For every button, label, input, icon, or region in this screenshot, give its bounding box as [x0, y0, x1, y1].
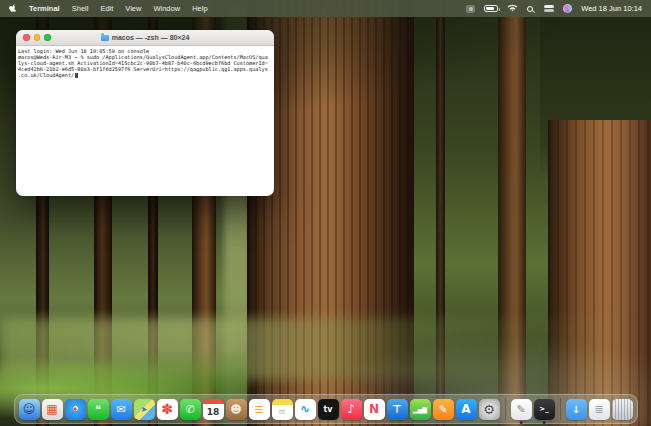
settings-glyph: ⚙ — [483, 402, 495, 417]
window-title: macos — -zsh — 80×24 — [16, 34, 274, 41]
dock-item-contacts[interactable]: ☻ — [226, 399, 247, 420]
menu-help[interactable]: Help — [192, 4, 207, 13]
terminal-window[interactable]: macos — -zsh — 80×24 Last login: Wed Jun… — [16, 30, 274, 196]
menu-window[interactable]: Window — [153, 4, 180, 13]
dock-item-pages[interactable]: ✎ — [433, 399, 454, 420]
control-center-icon[interactable] — [544, 5, 554, 13]
dock-item-trash[interactable] — [612, 399, 633, 420]
safari-glyph: ✦ — [72, 405, 79, 414]
textedit-icon: ✎ — [511, 399, 532, 420]
safari-icon: ✦ — [65, 399, 86, 420]
pages-icon: ✎ — [433, 399, 454, 420]
minimize-button[interactable] — [34, 34, 41, 41]
settings-icon: ⚙ — [479, 399, 500, 420]
battery-icon[interactable] — [484, 5, 498, 12]
photos-icon: ✽ — [157, 399, 178, 420]
photos-glyph: ✽ — [161, 401, 173, 417]
menu-view[interactable]: View — [125, 4, 141, 13]
music-icon: ♪ — [341, 399, 362, 420]
mail-glyph: ✉ — [116, 403, 125, 416]
finder-glyph: ☺ — [23, 402, 36, 416]
dock-item-calendar[interactable]: 18 — [203, 399, 224, 420]
dock-item-keynote[interactable]: ⊤ — [387, 399, 408, 420]
dock-item-textedit[interactable]: ✎ — [511, 399, 532, 420]
freeform-icon: ∿ — [295, 399, 316, 420]
dock-divider — [505, 398, 506, 420]
downloads-folder-icon: ↓ — [566, 399, 587, 420]
dock-item-launchpad[interactable]: ▦ — [42, 399, 63, 420]
dock-item-maps[interactable]: ➤ — [134, 399, 155, 420]
folder-proxy-icon — [101, 35, 109, 41]
freeform-glyph: ∿ — [300, 402, 310, 416]
terminal-icon: >_ — [534, 399, 555, 420]
keynote-glyph: ⊤ — [392, 403, 402, 416]
dock-item-appstore[interactable]: A — [456, 399, 477, 420]
dock-item-numbers[interactable]: ▂▅▇ — [410, 399, 431, 420]
dock-item-terminal[interactable]: >_ — [534, 399, 555, 420]
menu-bar-clock[interactable]: Wed 18 Jun 10:14 — [581, 4, 642, 13]
dock-item-finder[interactable]: ☺ — [19, 399, 40, 420]
zoom-button[interactable] — [44, 34, 51, 41]
app-menus: TerminalShellEditViewWindowHelp — [29, 4, 208, 13]
window-title-text: macos — -zsh — 80×24 — [112, 34, 190, 41]
apple-menu-icon[interactable] — [9, 4, 18, 14]
dock-divider — [560, 398, 561, 420]
dock-item-news[interactable]: N — [364, 399, 385, 420]
documents-stack-glyph: ≣ — [594, 403, 603, 416]
terminal-line: .co.uk/CloudAgent/ — [18, 72, 272, 78]
wifi-icon[interactable] — [507, 4, 518, 13]
tv-icon: tv — [318, 399, 339, 420]
maps-glyph: ➤ — [141, 405, 148, 414]
running-indicator — [520, 421, 523, 424]
menu-shell[interactable]: Shell — [72, 4, 89, 13]
music-glyph: ♪ — [347, 402, 355, 416]
dock-item-mail[interactable]: ✉ — [111, 399, 132, 420]
numbers-glyph: ▂▅▇ — [413, 406, 427, 413]
reminders-glyph: ☰ — [255, 404, 264, 415]
pages-glyph: ✎ — [438, 403, 447, 416]
dock-item-documents-stack[interactable]: ≣ — [589, 399, 610, 420]
notes-glyph: ≡ — [278, 402, 286, 417]
menu-edit[interactable]: Edit — [100, 4, 113, 13]
dock-item-reminders[interactable]: ☰ — [249, 399, 270, 420]
wallpaper-tree-trunk — [498, 0, 526, 426]
terminal-titlebar[interactable]: macos — -zsh — 80×24 — [16, 30, 274, 46]
spotlight-search-icon[interactable] — [527, 5, 535, 13]
dock-item-messages[interactable]: ❝ — [88, 399, 109, 420]
menu-bar: TerminalShellEditViewWindowHelp Wed 18 J… — [0, 0, 651, 17]
contacts-glyph: ☻ — [230, 403, 241, 416]
menu-terminal[interactable]: Terminal — [29, 4, 60, 13]
dock-item-facetime[interactable]: ✆ — [180, 399, 201, 420]
keynote-icon: ⊤ — [387, 399, 408, 420]
window-controls — [16, 34, 51, 41]
dock-item-tv[interactable]: tv — [318, 399, 339, 420]
dock-item-notes[interactable]: ≡ — [272, 399, 293, 420]
calendar-icon: 18 — [203, 399, 224, 420]
siri-icon[interactable] — [563, 4, 572, 13]
dock-item-freeform[interactable]: ∿ — [295, 399, 316, 420]
documents-stack-icon: ≣ — [589, 399, 610, 420]
appstore-glyph: A — [461, 402, 470, 416]
terminal-output[interactable]: Last login: Wed Jun 18 10:05:59 on conso… — [16, 46, 274, 78]
wallpaper-tree-trunk — [436, 0, 445, 426]
trash-icon — [612, 399, 633, 420]
news-glyph: N — [369, 402, 379, 416]
terminal-glyph: >_ — [539, 405, 548, 413]
reminders-icon: ☰ — [249, 399, 270, 420]
status-area: Wed 18 Jun 10:14 — [466, 4, 642, 13]
numbers-icon: ▂▅▇ — [410, 399, 431, 420]
textedit-glyph: ✎ — [516, 403, 525, 416]
dock-item-photos[interactable]: ✽ — [157, 399, 178, 420]
facetime-glyph: ✆ — [185, 403, 194, 416]
appstore-icon: A — [456, 399, 477, 420]
dock-item-downloads-folder[interactable]: ↓ — [566, 399, 587, 420]
close-button[interactable] — [23, 34, 30, 41]
menu-extra-icon[interactable] — [466, 5, 475, 13]
dock-item-music[interactable]: ♪ — [341, 399, 362, 420]
running-indicator — [543, 421, 546, 424]
dock-item-settings[interactable]: ⚙ — [479, 399, 500, 420]
dock-item-safari[interactable]: ✦ — [65, 399, 86, 420]
terminal-cursor — [75, 73, 78, 78]
maps-icon: ➤ — [134, 399, 155, 420]
calendar-glyph: 18 — [207, 402, 220, 417]
